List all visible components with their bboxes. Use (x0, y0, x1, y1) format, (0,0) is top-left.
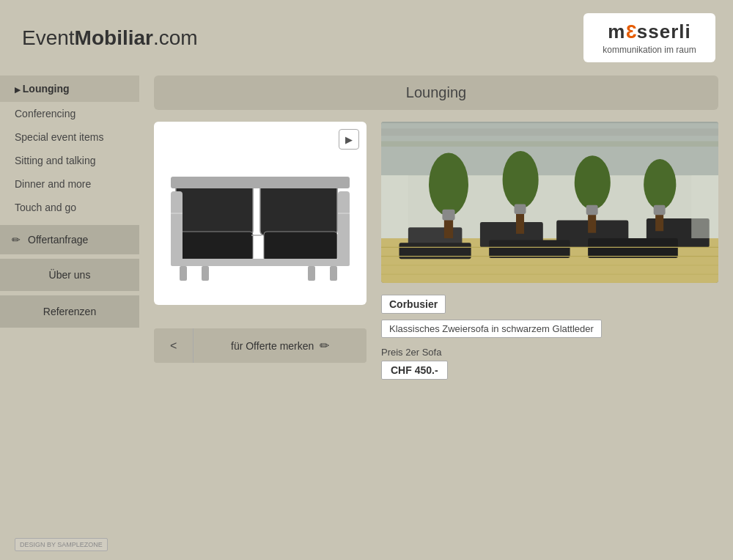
price-label: Preis 2er Sofa (381, 347, 718, 358)
svg-rect-18 (381, 122, 718, 123)
ueber-uns-label: Über uns (49, 269, 91, 281)
offer-label: für Offerte merken (231, 340, 314, 352)
offertanfrage-button[interactable]: ✏ Offertanfrage (0, 225, 139, 254)
svg-rect-46 (691, 175, 718, 238)
product-desc-text: Klassisches Zweiersofa in schwarzem Glat… (389, 323, 594, 334)
room-photo-svg (381, 122, 718, 283)
svg-rect-38 (586, 205, 598, 215)
svg-rect-45 (381, 175, 408, 238)
sidebar-item-sitting-label: Sitting and talking (15, 155, 96, 166)
section-title: Lounging (406, 84, 466, 100)
product-image-box: ▶ (154, 122, 366, 305)
product-desc-badge: Klassisches Zweiersofa in schwarzem Glat… (381, 320, 602, 338)
pencil-icon: ✏ (12, 234, 21, 246)
site-title-bold: Mobiliar (75, 26, 153, 49)
main-layout: Lounging Conferencing Special event item… (0, 75, 733, 380)
svg-rect-1 (260, 184, 337, 235)
sidebar-item-conferencing[interactable]: Conferencing (0, 102, 139, 125)
sidebar-item-touch-go[interactable]: Touch and go (0, 196, 139, 219)
logo-box: m3sserli kommunikation im raum (583, 13, 715, 62)
section-title-bar: Lounging (154, 75, 718, 110)
offer-pencil-icon: ✏ (320, 339, 329, 353)
product-area: ▶ (154, 122, 718, 380)
header: EventMobiliar.com m3sserli kommunikation… (0, 0, 733, 75)
sidebar-item-special-event-items[interactable]: Special event items (0, 125, 139, 149)
referenzen-button[interactable]: Referenzen (0, 295, 139, 328)
svg-rect-4 (264, 232, 337, 261)
product-main-image (381, 122, 718, 283)
product-name-text: Corbusier (389, 298, 438, 310)
svg-rect-5 (171, 259, 350, 266)
sidebar-item-dinner-label: Dinner and more (15, 178, 91, 190)
svg-point-32 (575, 155, 611, 210)
sidebar-item-sitting-talking[interactable]: Sitting and talking (0, 149, 139, 172)
price-text: CHF 450.- (391, 364, 438, 376)
next-arrow-button[interactable]: ▶ (339, 129, 359, 150)
svg-rect-36 (442, 210, 454, 221)
svg-rect-20 (381, 141, 718, 147)
svg-rect-0 (176, 184, 253, 235)
bottom-buttons: < für Offerte merken ✏ (154, 328, 366, 363)
svg-rect-7 (202, 266, 209, 281)
site-title: EventMobiliar.com (22, 26, 198, 50)
ueber-uns-button[interactable]: Über uns (0, 259, 139, 291)
sidebar-item-conferencing-label: Conferencing (15, 108, 75, 119)
svg-rect-39 (654, 205, 666, 215)
content-area: Lounging ▶ (139, 75, 733, 380)
logo-tagline: kommunikation im raum (603, 45, 696, 55)
svg-rect-27 (588, 238, 678, 258)
footer-label: DESIGN BY SAMPLEZONE (20, 541, 103, 548)
offertanfrage-label: Offertanfrage (28, 234, 88, 246)
svg-point-30 (503, 151, 539, 209)
site-title-light: Event (22, 26, 75, 49)
svg-rect-2 (171, 177, 350, 188)
sofa-image (161, 129, 359, 298)
svg-point-28 (429, 153, 468, 216)
product-left-col: ▶ (154, 122, 366, 380)
svg-rect-19 (381, 128, 718, 136)
site-title-suffix: .com (153, 26, 198, 49)
sidebar-item-special-label: Special event items (15, 131, 103, 143)
prev-button[interactable]: < (154, 328, 193, 363)
price-badge: CHF 450.- (381, 361, 448, 380)
svg-rect-11 (338, 191, 350, 265)
sidebar-item-lounging[interactable]: Lounging (0, 75, 139, 102)
logo-e-icon: 3 (625, 21, 636, 43)
svg-rect-37 (515, 204, 526, 213)
product-name-badge: Corbusier (381, 295, 446, 314)
svg-rect-8 (308, 266, 315, 281)
svg-rect-9 (330, 266, 337, 281)
svg-rect-26 (489, 240, 570, 259)
sidebar-item-dinner-more[interactable]: Dinner and more (0, 172, 139, 196)
product-detail: Corbusier Klassisches Zweiersofa in schw… (381, 122, 718, 380)
svg-rect-3 (180, 232, 253, 261)
sofa-svg (165, 140, 356, 287)
sidebar-item-touch-label: Touch and go (15, 202, 76, 213)
price-label-text: Preis 2er Sofa (381, 347, 441, 358)
sidebar-item-lounging-label: Lounging (23, 83, 70, 95)
svg-point-34 (644, 159, 676, 210)
svg-rect-6 (180, 266, 187, 281)
logo-text: m3sserli (608, 21, 691, 43)
svg-rect-10 (171, 191, 183, 265)
sidebar: Lounging Conferencing Special event item… (0, 75, 139, 380)
referenzen-label: Referenzen (43, 306, 96, 317)
offer-button[interactable]: für Offerte merken ✏ (193, 328, 366, 363)
footer: DESIGN BY SAMPLEZONE (15, 538, 108, 551)
